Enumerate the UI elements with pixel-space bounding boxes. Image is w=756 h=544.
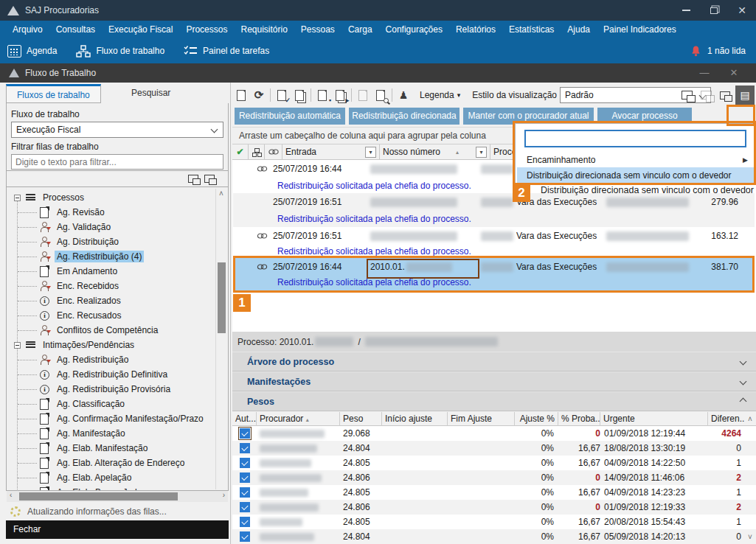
entrada-column-header[interactable]: Entrada ▾ xyxy=(282,144,380,160)
menu-configuracoes[interactable]: Configurações xyxy=(379,21,449,38)
grid-row[interactable]: 25/07/2019 16:51 Vara das Execuções 163.… xyxy=(233,227,755,257)
grid-row-selected[interactable]: 25/07/2019 16:44 2010.01. Vara das Execu… xyxy=(233,258,755,290)
select-column-header[interactable]: ✔ xyxy=(232,144,249,160)
queue-filter-input[interactable] xyxy=(11,154,223,170)
scrollbar-thumb[interactable] xyxy=(218,262,226,333)
tab-fluxos-de-trabalho[interactable]: Fluxos de trabalho xyxy=(6,84,101,103)
tree-item[interactable]: Ag. Elab. Manifestação xyxy=(7,441,213,456)
col-fim-ajuste[interactable]: Fim Ajuste xyxy=(448,412,515,426)
collapse-box-icon[interactable] xyxy=(14,342,21,349)
tree-item[interactable]: Enc. Realizados xyxy=(7,293,213,308)
peso-row[interactable]: 24.806 0% 0 14/09/2018 11:46:06 2 xyxy=(232,470,756,485)
inner-close-button[interactable]: ✕ xyxy=(719,63,749,83)
expand-all-icon[interactable] xyxy=(188,175,198,183)
section-arvore-do-processo[interactable]: Árvore do processo xyxy=(232,352,756,372)
scroll-up-icon[interactable]: ˄ xyxy=(744,415,756,423)
menu-ajuda[interactable]: Ajuda xyxy=(561,21,597,38)
refresh-button[interactable]: ⟳ xyxy=(250,87,268,103)
section-manifestacoes[interactable]: Manifestações xyxy=(232,372,756,391)
context-menu-filter-input[interactable] xyxy=(524,130,746,147)
scroll-up-icon[interactable]: ˄ xyxy=(219,189,223,198)
menu-painel-indicadores[interactable]: Painel Indicadores xyxy=(597,21,683,38)
tree-item[interactable]: Ag. Confirmação Manifestação/Prazo xyxy=(7,411,213,426)
menu-relatorios[interactable]: Relatórios xyxy=(449,21,502,38)
close-button[interactable]: ✕ xyxy=(728,0,756,21)
save-button[interactable]: ▪ xyxy=(313,87,331,103)
collapse-all-icon[interactable] xyxy=(204,175,215,183)
tree-vertical-scrollbar[interactable]: ˄ xyxy=(215,189,227,489)
scroll-down-icon[interactable]: ˅ xyxy=(744,533,756,541)
menu-arquivo[interactable]: Arquivo xyxy=(6,21,49,38)
auto-checkbox[interactable] xyxy=(240,458,250,468)
maximize-button[interactable] xyxy=(700,0,728,21)
peso-row[interactable]: 24.805 0% 16,67 04/09/2018 14:23:23 1 xyxy=(232,485,756,500)
filter-dropdown-icon[interactable]: ▾ xyxy=(476,147,487,158)
col-procurador[interactable]: Procurador ▴ xyxy=(257,412,340,426)
col-peso[interactable]: Peso xyxy=(340,412,382,426)
tree-item[interactable]: Ag. Revisão xyxy=(7,205,213,220)
fluxo-de-trabalho-button[interactable]: Fluxo de trabalho xyxy=(76,45,164,57)
new-item-button[interactable] xyxy=(232,87,250,103)
tree-item[interactable]: Ag. Redistribuição Definitiva xyxy=(7,367,213,382)
menu-carga[interactable]: Carga xyxy=(341,21,379,38)
peso-row[interactable]: 24.806 0% 0 01/09/2018 12:19:33 2 xyxy=(232,500,756,515)
section-pesos[interactable]: Pesos xyxy=(232,391,756,411)
tree-item[interactable]: Ag. Validação xyxy=(7,220,213,234)
minimize-button[interactable] xyxy=(672,0,700,21)
grid-row[interactable]: 25/07/2019 16:51 Vara das Execuções 279.… xyxy=(233,193,755,227)
fechar-button[interactable]: Fechar xyxy=(6,520,229,539)
menu-item-encaminhamento[interactable]: Encaminhamento ▶ xyxy=(517,152,754,168)
tree-item[interactable]: Em Andamento xyxy=(7,264,213,279)
notification-area[interactable]: 1 não lida xyxy=(690,38,746,63)
redistribuicao-direcionada-button[interactable]: Redistribuição direcionada xyxy=(349,108,460,125)
collapse-box-icon[interactable] xyxy=(14,195,21,201)
col-diferenca[interactable]: Diferen... xyxy=(708,412,744,426)
menu-pessoas[interactable]: Pessoas xyxy=(294,21,341,38)
scroll-left-icon[interactable]: ‹ xyxy=(10,491,12,499)
details-view-toggle[interactable]: ▤ xyxy=(735,86,755,105)
tree-item[interactable]: Ag. Manifestação xyxy=(7,426,213,441)
col-inicio-ajuste[interactable]: Início ajuste xyxy=(382,412,448,426)
peso-row[interactable]: 24.804 0% 16,67 05/09/2018 14:20:13 0 ˅ xyxy=(232,529,756,544)
assign-person-button[interactable]: ♟ xyxy=(395,87,412,103)
peso-row[interactable]: 24.804 0% 16,67 18/08/2018 13:30:19 0 xyxy=(232,441,756,456)
auto-checkbox[interactable] xyxy=(240,428,250,439)
col-aut[interactable]: Aut... xyxy=(232,412,257,426)
tree-item[interactable]: Enc. Recebidos xyxy=(7,279,213,293)
auto-checkbox[interactable] xyxy=(240,443,250,453)
tree-item[interactable]: Enc. Recusados xyxy=(7,308,213,323)
tree-group-processos[interactable]: Processos xyxy=(7,190,213,205)
filter-dropdown-icon[interactable]: ▾ xyxy=(365,147,376,158)
menu-execucao-fiscal[interactable]: Execução Fiscal xyxy=(102,21,179,38)
painel-de-tarefas-button[interactable]: Painel de tarefas xyxy=(184,45,269,57)
avocar-processo-button[interactable]: Avocar processo xyxy=(597,108,692,125)
col-ajuste[interactable]: Ajuste % xyxy=(515,412,558,426)
layout-horizontal-icon[interactable] xyxy=(678,87,696,103)
link-column-header[interactable] xyxy=(265,144,282,160)
select-all-button[interactable]: ✓ xyxy=(273,87,291,103)
auto-checkbox[interactable] xyxy=(240,531,250,542)
peso-row[interactable]: 24.805 0% 16,67 04/09/2018 14:22:50 1 xyxy=(232,456,756,470)
preview-button[interactable] xyxy=(372,87,389,103)
hierarchy-column-header[interactable] xyxy=(249,144,265,160)
menu-item-distribuicao-direcionada[interactable]: Distribuição direcionada sem vinculo com… xyxy=(517,167,754,184)
manter-procurador-button[interactable]: Manter com o procurador atual xyxy=(463,108,594,125)
export-button[interactable]: ▸ xyxy=(331,87,349,103)
nosso-numero-column-header[interactable]: Nosso número ▴ ▾ xyxy=(380,144,490,160)
tree-item[interactable]: Ag. Elab. Alteração de Endereço xyxy=(7,456,213,470)
tab-pesquisar[interactable]: Pesquisar xyxy=(121,84,181,103)
legenda-dropdown[interactable]: Legenda ▾ xyxy=(420,90,460,100)
tree-horizontal-scrollbar[interactable]: ‹ › xyxy=(7,491,228,502)
tree-item[interactable]: Conflitos de Competência xyxy=(7,323,213,338)
tree-item-selected[interactable]: Ag. Redistribuição (4) xyxy=(7,249,213,264)
auto-checkbox[interactable] xyxy=(240,487,250,498)
tree-item[interactable]: Ag. Elab. Bacen Jud xyxy=(7,485,213,491)
col-urgente[interactable]: Urgente xyxy=(600,412,708,426)
menu-estatisticas[interactable]: Estatísticas xyxy=(502,21,561,38)
tree-item[interactable]: Ag. Classificação xyxy=(7,397,213,411)
tree-group-intimacoes[interactable]: Intimações/Pendências xyxy=(7,338,213,352)
tree-item[interactable]: Ag. Redistribuição Provisória xyxy=(7,382,213,397)
menu-requisitorio[interactable]: Requisitório xyxy=(234,21,294,38)
tree-item[interactable]: Ag. Redistribuição xyxy=(7,352,213,367)
auto-checkbox[interactable] xyxy=(240,502,250,512)
